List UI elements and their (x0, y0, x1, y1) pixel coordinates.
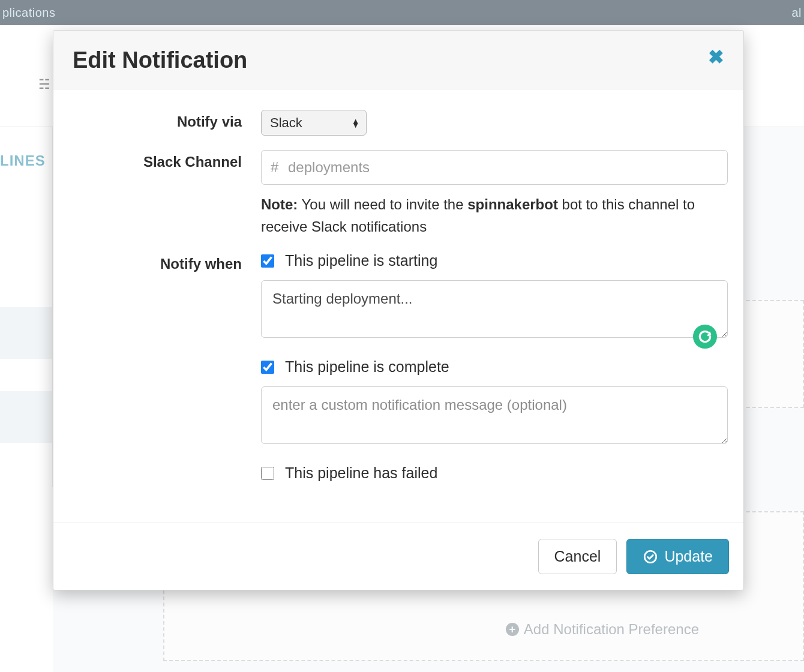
slack-channel-row: Slack Channel # Note: You will need to i… (69, 150, 728, 238)
condition-complete-label: This pipeline is complete (285, 358, 449, 376)
slack-channel-label: Slack Channel (69, 150, 261, 170)
grammarly-icon (693, 325, 717, 349)
condition-starting-checkbox[interactable] (261, 254, 274, 268)
edit-notification-modal: Edit Notification ✖ Notify via Slack ▲▼ … (53, 30, 744, 590)
condition-complete: This pipeline is complete (261, 358, 728, 376)
condition-failed: This pipeline has failed (261, 464, 728, 482)
condition-starting-label: This pipeline is starting (285, 252, 437, 269)
update-button[interactable]: Update (626, 539, 729, 574)
notify-via-row: Notify via Slack ▲▼ (69, 110, 728, 136)
notify-when-row: Notify when This pipeline is starting Th… (69, 252, 728, 482)
cancel-button-label: Cancel (554, 548, 601, 565)
condition-starting-message[interactable] (261, 280, 728, 338)
cancel-button[interactable]: Cancel (538, 539, 617, 574)
notify-when-label: Notify when (69, 252, 261, 272)
modal-title: Edit Notification (73, 47, 247, 73)
condition-complete-message[interactable] (261, 386, 728, 444)
notify-via-select[interactable]: Slack (261, 110, 367, 136)
slack-channel-input[interactable] (261, 150, 728, 185)
modal-footer: Cancel Update (53, 523, 743, 590)
notify-via-label: Notify via (69, 110, 261, 130)
condition-complete-checkbox[interactable] (261, 361, 274, 374)
check-circle-icon (643, 549, 658, 565)
condition-failed-label: This pipeline has failed (285, 464, 437, 482)
modal-body: Notify via Slack ▲▼ Slack Channel # N (53, 89, 743, 523)
condition-failed-checkbox[interactable] (261, 467, 274, 480)
close-icon[interactable]: ✖ (708, 47, 724, 67)
update-button-label: Update (664, 548, 713, 565)
modal-header: Edit Notification ✖ (53, 31, 743, 89)
condition-starting: This pipeline is starting (261, 252, 728, 269)
slack-channel-note: Note: You will need to invite the spinna… (261, 193, 728, 238)
